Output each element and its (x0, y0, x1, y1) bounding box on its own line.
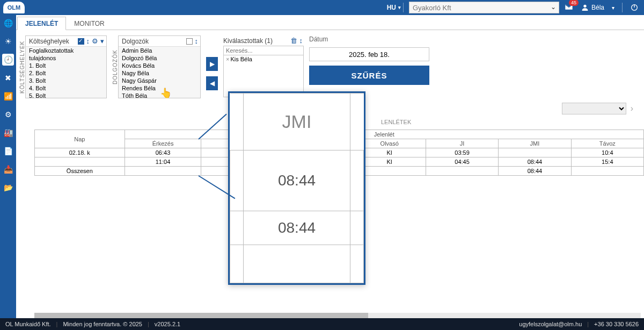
user-name: Béla (591, 4, 604, 11)
cell: 08:44 (499, 157, 571, 167)
settings-icon[interactable]: ⚙ (92, 37, 98, 45)
checkbox-icon[interactable] (78, 38, 84, 45)
cell: 15:4 (571, 157, 643, 167)
emp-listbox[interactable]: Admin BélaDolgozó BélaKovács BélaNagy Bé… (119, 46, 200, 98)
filter-button[interactable]: SZŰRÉS (309, 66, 429, 85)
list-item[interactable]: 3. Bolt (26, 77, 106, 84)
power-icon[interactable] (630, 3, 639, 12)
cell: 04:45 (426, 157, 498, 167)
col-header: Érkezés (125, 139, 201, 148)
mail-badge: 45 (569, 0, 579, 6)
language-selector[interactable]: HU ▾ (387, 4, 401, 11)
sidebar-tools[interactable]: ✖ (2, 72, 14, 84)
sidebar-globe[interactable]: 🌐 (2, 17, 14, 29)
cell (125, 167, 201, 176)
list-item[interactable]: Admin Béla (119, 47, 200, 54)
cell-sum-label: Összesen (35, 167, 125, 176)
move-left-button[interactable]: ◀ (206, 76, 218, 90)
date-filter-col: Dátum SZŰRÉS (309, 35, 429, 98)
footer-rights: Minden jog fenntartva. © 2025 (63, 321, 142, 327)
search-input[interactable] (223, 46, 304, 55)
org-input[interactable] (409, 2, 559, 13)
selected-panel: Kiválasztottak (1) 🗑 ↕ × Kis Béla (223, 35, 304, 98)
scrollbar-thumb[interactable] (34, 313, 368, 318)
tab-jelenlet[interactable]: JELENLÉT (17, 17, 66, 30)
mail-button[interactable]: 45 (565, 3, 573, 13)
divider (622, 3, 623, 12)
cell-nap (35, 157, 125, 167)
subtab-jelenletek[interactable]: LENLÉTEK (360, 117, 433, 128)
employees-panel: DOLGOZÓK Dolgozók ↕ Admin BélaDolgozó Bé… (112, 35, 201, 98)
cell-sum-jmi: 08:44 (499, 167, 571, 176)
footer-version: v2025.2.1 (155, 321, 180, 327)
user-icon (581, 3, 589, 12)
selected-item[interactable]: × Kis Béla (224, 55, 303, 63)
footer-phone[interactable]: +36 30 330 5626 (594, 321, 639, 327)
cost-listbox[interactable]: Foglalkoztatottaktulajdonos1. Bolt2. Bol… (26, 46, 106, 98)
list-item[interactable]: Rendes Béla (119, 84, 200, 92)
remove-icon[interactable]: × (226, 56, 229, 62)
list-item[interactable]: Kovács Béla (119, 62, 200, 69)
footer-email[interactable]: ugyfelszolgalat@olm.hu (519, 321, 582, 327)
sidebar-sun[interactable]: ☀ (2, 35, 14, 47)
sidebar-clock[interactable]: 🕘 (2, 54, 14, 66)
sort-icon[interactable]: ↕ (86, 37, 90, 45)
col-nap: Nap (35, 130, 125, 148)
cell (499, 148, 571, 157)
list-item[interactable]: 2. Bolt (26, 69, 106, 77)
logo: OLM (3, 2, 25, 13)
sort-icon[interactable]: ↕ (195, 37, 199, 45)
list-item[interactable]: Dolgozó Béla (119, 54, 200, 62)
zoom-val-2: 08:44 (243, 211, 350, 245)
list-item[interactable]: Nagy Béla (119, 69, 200, 77)
list-item[interactable]: Tóth Béla (119, 92, 200, 98)
caret-down-icon: ▾ (398, 5, 401, 10)
sidebar-factory[interactable]: 🏭 (2, 127, 14, 139)
col-header: JI (426, 139, 498, 148)
zoom-val-1: 08:44 (243, 150, 350, 211)
divider (403, 3, 404, 12)
user-menu[interactable]: Béla (581, 3, 604, 12)
cost-vert-label: KÖLTSÉGHELYEK (19, 35, 25, 98)
user-caret-icon: ▾ (612, 5, 614, 11)
selected-title: Kiválasztottak (1) (223, 37, 273, 45)
sidebar-inbox[interactable]: 📥 (2, 163, 14, 175)
footer-company: OL Munkaidő Kft. (5, 321, 51, 327)
trash-icon[interactable]: 🗑 (290, 37, 297, 45)
footer: OL Munkaidő Kft. | Minden jog fenntartva… (0, 318, 644, 330)
sidebar-doc[interactable]: 📄 (2, 145, 14, 157)
filter-icon[interactable]: ▾ (100, 37, 104, 45)
pager-next-icon[interactable]: › (631, 104, 633, 113)
date-input[interactable] (309, 47, 429, 61)
checkbox-empty-icon[interactable] (186, 38, 193, 45)
list-item[interactable]: tulajdonos (26, 54, 106, 62)
list-item[interactable]: 5. Bolt (26, 92, 106, 98)
sort-icon[interactable]: ↕ (299, 37, 303, 45)
sidebar-gear[interactable]: ⚙ (2, 109, 14, 120)
cell: 10:4 (571, 148, 643, 157)
horiz-scrollbar[interactable] (34, 313, 641, 318)
zoom-header: JMI (243, 94, 350, 150)
move-right-button[interactable]: ▶ (206, 57, 218, 71)
sidebar-folder[interactable]: 📂 (2, 182, 14, 193)
cell: 11:04 (125, 157, 201, 167)
top-bar: OLM HU ▾ ⌄ 45 Béla ▾ (0, 0, 644, 15)
sidebar-signal[interactable]: 📶 (2, 90, 14, 102)
org-select[interactable]: ⌄ (409, 2, 559, 13)
list-item[interactable]: 1. Bolt (26, 62, 106, 69)
pager-select[interactable] (562, 103, 626, 114)
cost-centers-panel: KÖLTSÉGHELYEK Költséghelyek ↕ ⚙ ▾ Foglal… (19, 35, 107, 98)
list-item[interactable]: Nagy Gáspár (119, 77, 200, 84)
emp-vert-label: DOLGOZÓK (112, 35, 118, 98)
selected-item-label: Kis Béla (230, 56, 252, 62)
cell (426, 167, 498, 176)
svg-point-0 (583, 5, 586, 8)
language-label: HU (387, 4, 396, 11)
col-header: Távoz (571, 139, 643, 148)
tab-monitor[interactable]: MONITOR (66, 17, 112, 30)
list-item[interactable]: Foglalkoztatottak (26, 47, 106, 54)
list-item[interactable]: 4. Bolt (26, 84, 106, 92)
emp-title: Dolgozók (122, 38, 149, 45)
sidebar: 🌐 ☀ 🕘 ✖ 📶 ⚙ 🏭 📄 📥 📂 (0, 15, 16, 330)
tab-bar: JELENLÉT MONITOR (16, 15, 644, 30)
